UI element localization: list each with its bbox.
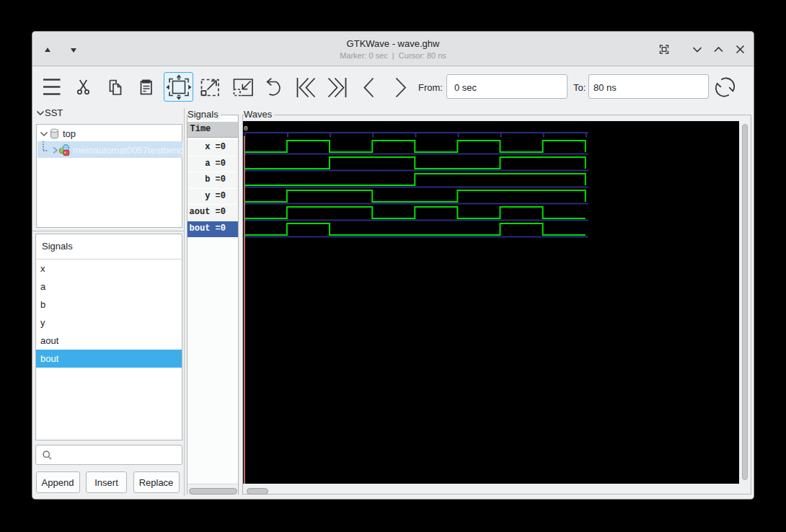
svg-text:0: 0	[244, 125, 248, 133]
